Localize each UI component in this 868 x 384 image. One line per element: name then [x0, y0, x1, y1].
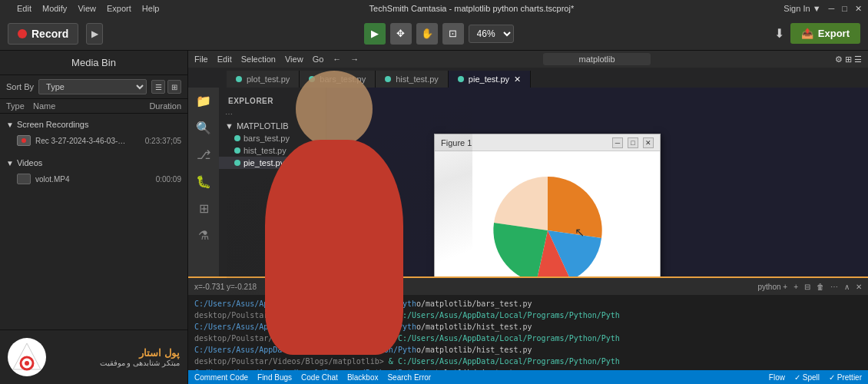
vscode-controls: ⚙ ⊞ ☰: [835, 55, 862, 65]
vscode-menu-view[interactable]: View: [285, 55, 303, 64]
videos-header[interactable]: ▼ Videos: [0, 155, 187, 170]
file-icon: [234, 135, 240, 141]
figure-close[interactable]: ✕: [643, 137, 654, 148]
terminal-add-icon[interactable]: +: [793, 283, 798, 291]
tab-plot-test[interactable]: plot_test.py: [227, 71, 300, 88]
menu-item-view[interactable]: View: [78, 4, 96, 13]
terminal-chevron-up[interactable]: ∧: [844, 283, 850, 291]
terminal-content: C:/Users/Asus/AppData/Local/Programs/Pyt…: [188, 295, 868, 382]
menu-item-export[interactable]: Export: [107, 4, 131, 13]
logo-text: پول استار مبتکر شتابدهی و موفقیت: [52, 347, 180, 367]
minimize-button[interactable]: ─: [829, 4, 835, 13]
tab-hist-test[interactable]: hist_test.py: [376, 71, 449, 88]
search-placeholder: matplotlib: [579, 55, 615, 64]
toolbar-right: ⬇ 📤 Export: [774, 23, 860, 44]
search-icon[interactable]: 🔍: [196, 121, 211, 135]
grid-view-icon[interactable]: ⊞: [167, 80, 181, 94]
debug-icon[interactable]: 🐛: [196, 174, 211, 189]
menu-item-modify[interactable]: Modify: [42, 4, 67, 13]
toolbar-center: ▶ ✥ ✋ ⊡ 46%: [364, 23, 514, 45]
close-button[interactable]: ✕: [855, 4, 862, 14]
recording-name: Rec 3-27-2024-3-46-03-PM: [35, 137, 128, 145]
search-bar[interactable]: matplotlib: [543, 53, 651, 65]
screen-recordings-header[interactable]: ▼ Screen Recordings: [0, 117, 187, 132]
file-pie-test[interactable]: pie_test.py: [219, 157, 326, 169]
file-icon: [234, 147, 240, 154]
explorer-icon[interactable]: 📁: [196, 94, 211, 108]
folder-matplotlib[interactable]: ▼ MATPLOTLIB: [219, 120, 326, 132]
terminal-trash-icon[interactable]: 🗑: [817, 283, 824, 291]
record-arrow-button[interactable]: ▶: [86, 23, 103, 45]
menu-item-edit[interactable]: Edit: [17, 4, 31, 13]
vscode-menu-go[interactable]: Go: [313, 55, 324, 64]
cursor-tool[interactable]: ▶: [364, 23, 386, 45]
export-button[interactable]: 📤 Export: [790, 23, 860, 44]
status-search-error[interactable]: Search Error: [387, 373, 431, 382]
tab-close-icon[interactable]: ✕: [514, 74, 521, 84]
sort-select[interactable]: Type: [38, 79, 147, 94]
status-spell[interactable]: ✓ Spell: [794, 373, 820, 382]
sort-row: Sort By Type ☰ ⊞: [0, 75, 187, 99]
extensions-icon[interactable]: ⊞: [199, 201, 209, 216]
recording-thumbnail: [17, 135, 31, 146]
status-blackbox[interactable]: Blackbox: [347, 373, 379, 382]
menu-item-help[interactable]: Help: [142, 4, 160, 13]
terminal-language: python +: [758, 283, 788, 291]
figure-maximize[interactable]: □: [628, 137, 638, 148]
window-title: TechSmith Camtasia - matplotlib python c…: [170, 4, 773, 13]
status-comment-code[interactable]: Comment Code: [194, 373, 248, 382]
main-layout: Media Bin Sort By Type ☰ ⊞ Type Name Dur…: [0, 51, 868, 384]
figure-minimize[interactable]: ─: [612, 137, 623, 148]
vscode-menu-file[interactable]: File: [194, 55, 208, 64]
status-flow[interactable]: Flow: [769, 373, 785, 382]
logo-area: پول استار مبتکر شتابدهی و موفقیت: [8, 338, 180, 376]
status-find-bugs[interactable]: Find Bugs: [257, 373, 292, 382]
list-view-icon[interactable]: ☰: [151, 80, 165, 94]
download-icon[interactable]: ⬇: [774, 26, 784, 41]
sign-in-button[interactable]: Sign In ▼: [784, 4, 820, 13]
video-name: volot.MP4: [35, 175, 128, 184]
list-item[interactable]: volot.MP4 0:00:09: [0, 170, 187, 187]
recording-duration: 0:23:37;05: [128, 137, 181, 145]
terminal-line: C:/Users/Asus/AppData/Local/Programs/Pyt…: [194, 321, 862, 333]
move-tool[interactable]: ✥: [390, 23, 412, 45]
videos-label: Videos: [17, 158, 42, 167]
terminal-close-icon[interactable]: ✕: [856, 283, 862, 291]
file-hist-test[interactable]: hist_test.py: [219, 144, 326, 157]
vscode-menu-selection[interactable]: Selection: [241, 55, 276, 64]
crop-tool[interactable]: ⊡: [442, 23, 464, 45]
vscode-menu-edit[interactable]: Edit: [217, 55, 232, 64]
file-icon: [234, 160, 240, 166]
section-arrow-icon: ▼: [6, 121, 14, 129]
sidebar-bottom: پول استار مبتکر شتابدهی و موفقیت: [0, 329, 187, 384]
tab-label: hist_test.py: [396, 74, 439, 84]
hand-tool[interactable]: ✋: [416, 23, 438, 45]
tab-dot: [385, 76, 391, 82]
terminal-line: C:/Users/Asus/AppData/Local/Programs/Pyt…: [194, 298, 862, 310]
file-bars-test[interactable]: bars_test.py: [219, 132, 326, 144]
video-duration: 0:00:09: [128, 175, 181, 184]
tab-bars-test[interactable]: bars_test.py: [300, 71, 376, 88]
terminal-split-icon[interactable]: ⊟: [804, 283, 810, 291]
sort-by-label: Sort By: [6, 82, 34, 91]
record-button[interactable]: Record: [8, 23, 78, 45]
status-code-chat[interactable]: Code Chat: [301, 373, 338, 382]
git-icon[interactable]: ⎇: [197, 147, 210, 162]
menu-bar: Edit Modify View Export Help TechSmith C…: [0, 0, 868, 17]
maximize-button[interactable]: □: [842, 4, 847, 13]
nav-forward-icon[interactable]: →: [350, 55, 359, 64]
status-prettier[interactable]: ✓ Prettier: [829, 373, 862, 382]
record-dot: [18, 29, 27, 38]
beaker-icon[interactable]: ⚗: [198, 228, 209, 243]
terminal-line: desktop/Poulstar/Videos/Blogs/matplotlib…: [194, 333, 862, 344]
tab-pie-test[interactable]: pie_test.py ✕: [449, 71, 531, 88]
zoom-select[interactable]: 46%: [469, 25, 514, 43]
terminal-expand-icon[interactable]: ⋯: [830, 283, 838, 291]
main-content: File Edit Selection View Go ← → matplotl…: [188, 51, 868, 384]
list-item[interactable]: Rec 3-27-2024-3-46-03-PM 0:23:37;05: [0, 132, 187, 149]
explorer-header: EXPLORER: [219, 94, 326, 108]
nav-back-icon[interactable]: ←: [333, 55, 341, 64]
export-label: Export: [818, 28, 850, 39]
terminal-area: x=-0.731 y=-0.218 python + + ⊟ 🗑 ⋯ ∧ ✕ C…: [188, 276, 868, 384]
vscode-tabs: plot_test.py bars_test.py hist_test.py p…: [188, 68, 868, 88]
